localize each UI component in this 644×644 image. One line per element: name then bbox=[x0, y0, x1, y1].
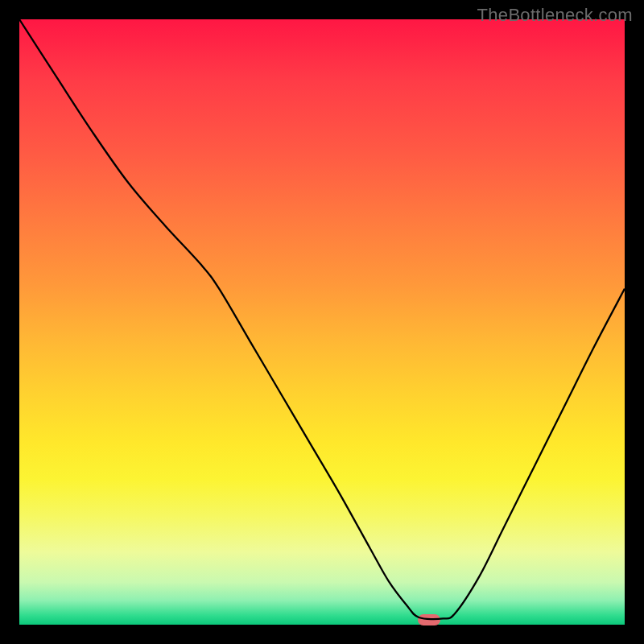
chart-gradient-background bbox=[19, 19, 625, 625]
chart-frame: TheBottleneck.com bbox=[0, 0, 644, 644]
selected-point-marker[interactable] bbox=[418, 614, 440, 625]
watermark-text: TheBottleneck.com bbox=[477, 5, 633, 26]
